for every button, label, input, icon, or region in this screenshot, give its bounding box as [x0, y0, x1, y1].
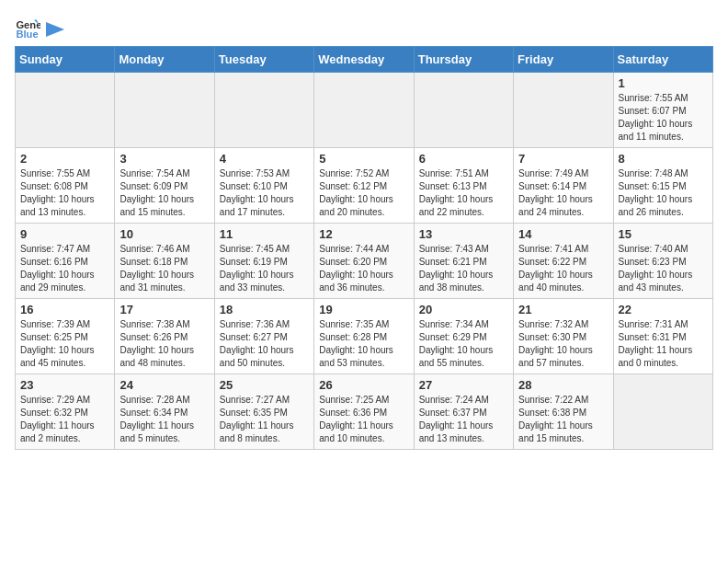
- header-tuesday: Tuesday: [214, 47, 313, 73]
- header-saturday: Saturday: [613, 47, 712, 73]
- day-detail: Sunrise: 7:22 AM Sunset: 6:38 PM Dayligh…: [518, 395, 593, 443]
- calendar-week-row: 9Sunrise: 7:47 AM Sunset: 6:16 PM Daylig…: [16, 224, 713, 299]
- day-number: 14: [518, 227, 608, 241]
- calendar-cell: 3Sunrise: 7:54 AM Sunset: 6:09 PM Daylig…: [115, 148, 214, 224]
- day-number: 11: [220, 227, 309, 241]
- calendar-cell: 27Sunrise: 7:24 AM Sunset: 6:37 PM Dayli…: [414, 374, 513, 450]
- calendar-header-row: SundayMondayTuesdayWednesdayThursdayFrid…: [16, 47, 713, 73]
- calendar-cell: 9Sunrise: 7:47 AM Sunset: 6:16 PM Daylig…: [16, 224, 115, 299]
- calendar-week-row: 16Sunrise: 7:39 AM Sunset: 6:25 PM Dayli…: [16, 299, 713, 374]
- day-detail: Sunrise: 7:45 AM Sunset: 6:19 PM Dayligh…: [220, 244, 294, 293]
- day-detail: Sunrise: 7:36 AM Sunset: 6:27 PM Dayligh…: [220, 319, 294, 368]
- logo-icon: General Blue: [15, 15, 40, 40]
- calendar-cell: 20Sunrise: 7:34 AM Sunset: 6:29 PM Dayli…: [414, 299, 513, 374]
- day-number: 4: [220, 152, 309, 166]
- calendar-cell: 25Sunrise: 7:27 AM Sunset: 6:35 PM Dayli…: [214, 374, 313, 450]
- day-number: 1: [619, 76, 708, 90]
- header-sunday: Sunday: [16, 47, 115, 73]
- calendar-cell: 22Sunrise: 7:31 AM Sunset: 6:31 PM Dayli…: [613, 299, 712, 374]
- calendar-cell: [214, 73, 313, 148]
- day-detail: Sunrise: 7:25 AM Sunset: 6:36 PM Dayligh…: [319, 395, 393, 443]
- header-wednesday: Wednesday: [314, 47, 414, 73]
- day-detail: Sunrise: 7:27 AM Sunset: 6:35 PM Dayligh…: [220, 395, 294, 443]
- calendar-cell: 1Sunrise: 7:55 AM Sunset: 6:07 PM Daylig…: [613, 73, 712, 148]
- calendar-cell: 26Sunrise: 7:25 AM Sunset: 6:36 PM Dayli…: [314, 374, 414, 450]
- calendar-cell: [514, 73, 613, 148]
- calendar-cell: [16, 73, 115, 148]
- day-number: 2: [20, 152, 109, 166]
- day-detail: Sunrise: 7:34 AM Sunset: 6:29 PM Dayligh…: [419, 319, 494, 368]
- header: General Blue: [15, 15, 713, 40]
- calendar-cell: 10Sunrise: 7:46 AM Sunset: 6:18 PM Dayli…: [115, 224, 214, 299]
- calendar-week-row: 1Sunrise: 7:55 AM Sunset: 6:07 PM Daylig…: [16, 73, 713, 148]
- day-number: 9: [20, 227, 109, 241]
- day-number: 3: [119, 152, 209, 166]
- calendar-cell: 5Sunrise: 7:52 AM Sunset: 6:12 PM Daylig…: [314, 148, 414, 224]
- calendar-cell: 11Sunrise: 7:45 AM Sunset: 6:19 PM Dayli…: [214, 224, 313, 299]
- calendar-cell: 18Sunrise: 7:36 AM Sunset: 6:27 PM Dayli…: [214, 299, 313, 374]
- day-detail: Sunrise: 7:43 AM Sunset: 6:21 PM Dayligh…: [419, 244, 494, 293]
- calendar-cell: [115, 73, 214, 148]
- day-detail: Sunrise: 7:46 AM Sunset: 6:18 PM Dayligh…: [119, 244, 194, 293]
- day-detail: Sunrise: 7:35 AM Sunset: 6:28 PM Dayligh…: [319, 319, 393, 368]
- svg-text:Blue: Blue: [16, 29, 38, 40]
- day-number: 26: [319, 378, 408, 392]
- day-number: 19: [319, 303, 408, 316]
- day-detail: Sunrise: 7:38 AM Sunset: 6:26 PM Dayligh…: [119, 319, 194, 368]
- calendar-cell: [314, 73, 414, 148]
- calendar-cell: 12Sunrise: 7:44 AM Sunset: 6:20 PM Dayli…: [314, 224, 414, 299]
- calendar-cell: 8Sunrise: 7:48 AM Sunset: 6:15 PM Daylig…: [613, 148, 712, 224]
- day-detail: Sunrise: 7:28 AM Sunset: 6:34 PM Dayligh…: [119, 395, 194, 443]
- day-detail: Sunrise: 7:54 AM Sunset: 6:09 PM Dayligh…: [119, 168, 194, 217]
- day-detail: Sunrise: 7:49 AM Sunset: 6:14 PM Dayligh…: [518, 168, 593, 217]
- day-number: 7: [518, 152, 608, 166]
- calendar-cell: 2Sunrise: 7:55 AM Sunset: 6:08 PM Daylig…: [16, 148, 115, 224]
- day-number: 16: [20, 303, 109, 316]
- calendar-week-row: 23Sunrise: 7:29 AM Sunset: 6:32 PM Dayli…: [16, 374, 713, 450]
- day-detail: Sunrise: 7:47 AM Sunset: 6:16 PM Dayligh…: [20, 244, 95, 293]
- day-number: 20: [419, 303, 508, 316]
- day-detail: Sunrise: 7:39 AM Sunset: 6:25 PM Dayligh…: [20, 319, 95, 368]
- day-number: 8: [619, 152, 708, 166]
- calendar-cell: 7Sunrise: 7:49 AM Sunset: 6:14 PM Daylig…: [514, 148, 613, 224]
- header-monday: Monday: [115, 47, 214, 73]
- calendar-cell: 15Sunrise: 7:40 AM Sunset: 6:23 PM Dayli…: [613, 224, 712, 299]
- day-detail: Sunrise: 7:24 AM Sunset: 6:37 PM Dayligh…: [419, 395, 494, 443]
- calendar-cell: 19Sunrise: 7:35 AM Sunset: 6:28 PM Dayli…: [314, 299, 414, 374]
- day-detail: Sunrise: 7:53 AM Sunset: 6:10 PM Dayligh…: [220, 168, 294, 217]
- calendar-week-row: 2Sunrise: 7:55 AM Sunset: 6:08 PM Daylig…: [16, 148, 713, 224]
- day-detail: Sunrise: 7:32 AM Sunset: 6:30 PM Dayligh…: [518, 319, 593, 368]
- svg-marker-3: [46, 22, 64, 37]
- day-detail: Sunrise: 7:52 AM Sunset: 6:12 PM Dayligh…: [319, 168, 393, 217]
- calendar-cell: 4Sunrise: 7:53 AM Sunset: 6:10 PM Daylig…: [214, 148, 313, 224]
- day-detail: Sunrise: 7:31 AM Sunset: 6:31 PM Dayligh…: [619, 319, 693, 368]
- calendar-cell: 17Sunrise: 7:38 AM Sunset: 6:26 PM Dayli…: [115, 299, 214, 374]
- day-number: 21: [518, 303, 608, 316]
- calendar-cell: 13Sunrise: 7:43 AM Sunset: 6:21 PM Dayli…: [414, 224, 513, 299]
- header-friday: Friday: [514, 47, 613, 73]
- day-number: 5: [319, 152, 408, 166]
- day-detail: Sunrise: 7:40 AM Sunset: 6:23 PM Dayligh…: [619, 244, 693, 293]
- calendar-cell: 23Sunrise: 7:29 AM Sunset: 6:32 PM Dayli…: [16, 374, 115, 450]
- calendar-cell: 24Sunrise: 7:28 AM Sunset: 6:34 PM Dayli…: [115, 374, 214, 450]
- day-detail: Sunrise: 7:48 AM Sunset: 6:15 PM Dayligh…: [619, 168, 693, 217]
- calendar-cell: 21Sunrise: 7:32 AM Sunset: 6:30 PM Dayli…: [514, 299, 613, 374]
- day-number: 18: [220, 303, 309, 316]
- calendar-cell: 28Sunrise: 7:22 AM Sunset: 6:38 PM Dayli…: [514, 374, 613, 450]
- day-number: 12: [319, 227, 408, 241]
- calendar-cell: 14Sunrise: 7:41 AM Sunset: 6:22 PM Dayli…: [514, 224, 613, 299]
- day-detail: Sunrise: 7:41 AM Sunset: 6:22 PM Dayligh…: [518, 244, 593, 293]
- logo: General Blue: [15, 15, 64, 40]
- day-number: 28: [518, 378, 608, 392]
- day-detail: Sunrise: 7:44 AM Sunset: 6:20 PM Dayligh…: [319, 244, 393, 293]
- calendar-cell: 16Sunrise: 7:39 AM Sunset: 6:25 PM Dayli…: [16, 299, 115, 374]
- day-number: 23: [20, 378, 109, 392]
- day-number: 13: [419, 227, 508, 241]
- day-detail: Sunrise: 7:55 AM Sunset: 6:07 PM Dayligh…: [619, 93, 693, 142]
- day-number: 15: [619, 227, 708, 241]
- day-number: 27: [419, 378, 508, 392]
- day-number: 6: [419, 152, 508, 166]
- day-number: 17: [119, 303, 209, 316]
- day-detail: Sunrise: 7:29 AM Sunset: 6:32 PM Dayligh…: [20, 395, 95, 443]
- day-number: 25: [220, 378, 309, 392]
